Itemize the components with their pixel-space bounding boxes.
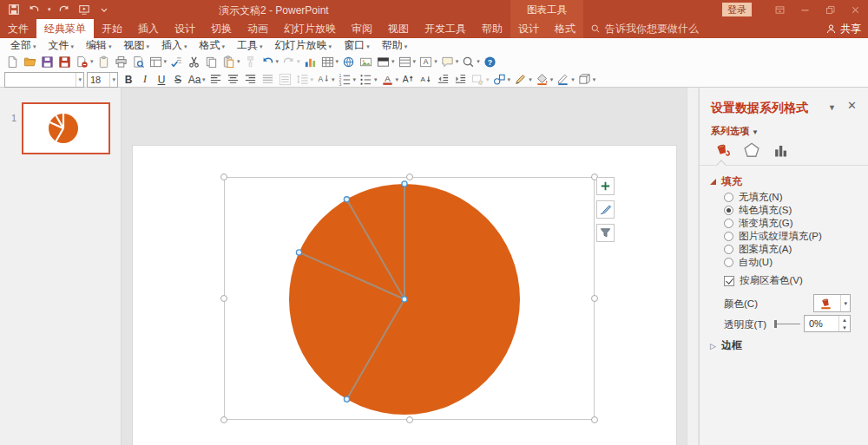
chart-selection-frame[interactable] [224, 177, 595, 420]
spin-down-icon[interactable]: ▼ [839, 324, 850, 331]
chevron-down-icon[interactable]: ▾ [336, 58, 339, 65]
menu-2[interactable]: 编辑▾ [80, 39, 118, 51]
sign-in-button[interactable]: 登录 [722, 3, 752, 16]
fill-option-2[interactable]: 渐变填充(G) [724, 218, 822, 228]
fill-color-button[interactable]: ▾ [534, 71, 555, 88]
slide-design-button[interactable]: ▾ [397, 54, 418, 70]
text-direction-button[interactable]: A▾ [315, 71, 336, 88]
tab-4[interactable]: 设计 [167, 19, 203, 38]
font-size-combo[interactable]: 18 ▾ [87, 72, 118, 88]
chart-filters-button[interactable] [596, 224, 615, 242]
print-preview-button[interactable] [130, 54, 147, 70]
tab-9[interactable]: 视图 [380, 19, 417, 38]
series-options-dropdown[interactable]: 系列选项▼ [711, 125, 759, 138]
resize-handle-sw[interactable] [220, 416, 227, 423]
fill-option-4[interactable]: 图案填充(A) [724, 244, 822, 254]
increase-indent-button[interactable] [452, 71, 469, 88]
page-setup-button[interactable]: ▾ [148, 54, 168, 70]
quick-style-button[interactable]: ▾ [576, 71, 597, 88]
format-painter-button[interactable] [242, 54, 259, 70]
italic-button[interactable]: I [137, 71, 153, 88]
radio-icon[interactable] [724, 193, 733, 202]
tab-10[interactable]: 开发工具 [417, 19, 474, 38]
chevron-down-icon[interactable]: ▾ [434, 58, 437, 65]
chevron-down-icon[interactable]: ▾ [413, 58, 417, 65]
numbered-list-button[interactable]: 123▾ [337, 71, 358, 88]
checkbox-icon[interactable] [724, 276, 734, 286]
chevron-down-icon[interactable]: ▾ [550, 76, 554, 83]
pane-close-icon[interactable]: ✕ [847, 99, 857, 112]
text-box-button[interactable]: A▾ [418, 54, 438, 70]
chevron-down-icon[interactable]: ▾ [311, 76, 314, 83]
decrease-indent-button[interactable] [435, 71, 451, 88]
ribbon-display-options-button[interactable] [767, 0, 792, 19]
fill-section-header[interactable]: 填充 [710, 174, 742, 189]
qat-undo-button[interactable] [27, 3, 40, 16]
justify-button[interactable] [260, 71, 276, 88]
radio-icon[interactable] [724, 219, 733, 228]
resize-handle-n[interactable] [406, 173, 413, 180]
hyperlink-button[interactable] [340, 54, 357, 70]
chevron-down-icon[interactable]: ▾ [76, 73, 83, 87]
undo-button[interactable]: ▾ [260, 54, 280, 70]
copy-button[interactable] [203, 54, 220, 70]
tab-7[interactable]: 幻灯片放映 [276, 19, 344, 38]
transparency-slider[interactable] [772, 315, 800, 332]
qat-save-button[interactable] [7, 3, 20, 16]
line-spacing-button[interactable]: ▾ [294, 71, 315, 88]
tab-8[interactable]: 审阅 [344, 19, 380, 38]
chevron-down-icon[interactable]: ▾ [48, 6, 51, 13]
underline-button[interactable]: U [154, 71, 169, 88]
qat-slideshow-button[interactable] [78, 3, 91, 16]
align-center-button[interactable] [225, 71, 241, 88]
radio-icon[interactable] [724, 206, 733, 215]
resize-handle-s[interactable] [406, 416, 413, 423]
fill-line-tab[interactable] [712, 140, 732, 160]
chevron-down-icon[interactable]: ▾ [571, 76, 575, 83]
chevron-down-icon[interactable]: ▾ [297, 58, 300, 65]
menu-8[interactable]: 窗口▾ [338, 39, 376, 51]
chart-elements-button[interactable] [596, 177, 615, 195]
tell-me-search[interactable]: 告诉我你想要做什么 [590, 19, 699, 38]
fill-option-0[interactable]: 无填充(N) [724, 192, 822, 202]
tab-5[interactable]: 切换 [203, 19, 240, 38]
chevron-down-icon[interactable]: ▾ [374, 76, 378, 83]
chevron-down-icon[interactable]: ▾ [840, 295, 850, 311]
resize-handle-w[interactable] [220, 295, 227, 302]
tab-6[interactable]: 动画 [240, 19, 276, 38]
align-left-button[interactable] [207, 71, 224, 88]
decrease-font-button[interactable]: A [418, 71, 434, 88]
menu-4[interactable]: 插入▾ [155, 39, 194, 51]
vertical-scrollbar[interactable] [687, 88, 698, 445]
restore-button[interactable] [818, 0, 843, 19]
insert-chart-button[interactable] [302, 54, 319, 70]
align-right-button[interactable] [242, 71, 259, 88]
spell-check-button[interactable] [168, 54, 185, 70]
cut-button[interactable] [186, 54, 202, 70]
slide-master-button[interactable]: ▾ [470, 71, 490, 88]
distributed-button[interactable] [277, 71, 293, 88]
tab-0[interactable]: 文件 [0, 19, 36, 38]
zoom-button[interactable]: ▾ [460, 54, 481, 70]
open-file-button[interactable] [22, 54, 38, 70]
tab-contextual-12[interactable]: 设计 [510, 19, 547, 38]
chevron-down-icon[interactable]: ▾ [529, 76, 532, 83]
tab-contextual-13[interactable]: 格式 [547, 19, 583, 38]
series-options-tab[interactable] [771, 140, 791, 160]
save-as-button[interactable] [56, 54, 73, 70]
tab-2[interactable]: 开始 [94, 19, 130, 38]
line-color-button[interactable]: ▾ [555, 71, 575, 88]
slide-thumbnail[interactable] [22, 102, 110, 154]
border-section-header[interactable]: ▷ 边框 [710, 338, 742, 353]
font-name-combo[interactable]: ▾ [4, 72, 84, 88]
chevron-down-icon[interactable]: ▾ [164, 58, 168, 65]
qat-redo-button[interactable] [58, 3, 71, 16]
strikethrough-button[interactable]: S [170, 71, 186, 88]
bold-button[interactable]: B [121, 71, 136, 88]
paste-button[interactable]: ▾ [220, 54, 241, 70]
pane-options-chevron-icon[interactable]: ▼ [828, 103, 836, 112]
menu-1[interactable]: 文件▾ [43, 39, 81, 51]
chevron-down-icon[interactable]: ▾ [486, 76, 490, 83]
menu-9[interactable]: 帮助▾ [376, 39, 414, 51]
effects-tab[interactable] [741, 140, 761, 160]
